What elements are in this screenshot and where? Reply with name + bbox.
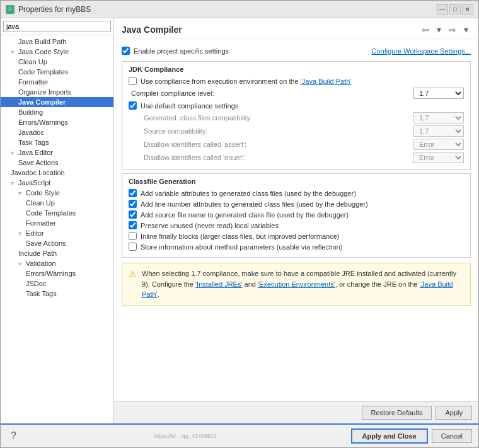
tree-item-java-code-style[interactable]: ▿Java Code Style [1, 47, 113, 57]
tree-item-code-templates[interactable]: Code Templates [1, 67, 113, 77]
tree-item-js-save-actions[interactable]: Save Actions [1, 238, 113, 248]
tree-item-task-tags2[interactable]: Task Tags [1, 289, 113, 299]
window-icon: P [6, 5, 14, 14]
configure-workspace-link[interactable]: Configure Workspace Settings... [371, 47, 471, 55]
use-compliance-checkbox[interactable] [129, 77, 137, 85]
tree-label-text: Javadoc [18, 129, 44, 136]
nav-forward-dropdown-button[interactable]: ▾ [461, 23, 471, 36]
classfile-label-3: Preserve unused (never read) local varia… [141, 222, 279, 229]
title-bar-controls: — □ ✕ [437, 4, 473, 14]
use-default-row: Use default compliance settings [129, 101, 464, 110]
nav-back-button[interactable]: ⇦ [419, 23, 432, 36]
classfile-item-0: Add variable attributes to generated cla… [129, 189, 464, 197]
tree-label-text: Errors/Warnings [18, 118, 68, 126]
tree-item-validation[interactable]: ▿Validation [1, 258, 113, 268]
tree-item-task-tags[interactable]: Task Tags [1, 137, 113, 147]
jdk-compliance-section: JDK Compliance Use compliance from execu… [122, 61, 471, 169]
tree-label-text: Clean Up [26, 199, 55, 207]
cancel-button[interactable]: Cancel [432, 429, 472, 443]
enable-project-checkbox[interactable] [122, 47, 130, 55]
tree-item-js-formatter[interactable]: Formatter [1, 218, 113, 228]
tree-item-javascript[interactable]: ▿JavaScript [1, 178, 113, 188]
help-button[interactable]: ? [7, 429, 20, 443]
expand-icon: ▿ [18, 260, 25, 267]
source-compat-select[interactable]: 1.7 [413, 125, 464, 137]
restore-defaults-button[interactable]: Restore Defaults [362, 406, 432, 420]
warning-text: When selecting 1.7 compliance, make sure… [142, 268, 464, 300]
tree-item-javadoc[interactable]: Javadoc [1, 127, 113, 137]
nav-dropdown-button[interactable]: ▾ [434, 23, 444, 36]
properties-window: P Properties for myBBS — □ ✕ Java Build … [0, 0, 479, 448]
disallow-assert-select[interactable]: Error [413, 139, 464, 150]
tree-item-formatter[interactable]: Formatter [1, 77, 113, 87]
tree-label-text: Java Compiler [18, 98, 66, 106]
tree-label-text: Editor [26, 229, 44, 237]
use-default-checkbox[interactable] [129, 101, 137, 110]
classfile-checkbox-2[interactable] [129, 210, 137, 219]
tree-label-text: JSDoc [26, 280, 46, 287]
search-input[interactable] [3, 21, 111, 32]
tree-item-java-editor[interactable]: ▿Java Editor [1, 147, 113, 158]
classfile-label-0: Add variable attributes to generated cla… [141, 190, 356, 197]
tree-item-js-clean-up[interactable]: Clean Up [1, 198, 113, 208]
tree-label-text: Validation [26, 260, 56, 267]
tree-label-text: Formatter [26, 219, 56, 227]
tree-label-text: Clean Up [18, 58, 47, 66]
tree-label-text: Task Tags [26, 290, 57, 297]
expand-icon: ▿ [11, 99, 17, 106]
disallow-enum-select[interactable]: Error [413, 152, 464, 163]
classfile-checkbox-3[interactable] [129, 221, 137, 229]
tree-item-javadoc-location[interactable]: Javadoc Location [1, 168, 113, 178]
tree-item-building[interactable]: Building [1, 107, 113, 117]
tree-label-text: Save Actions [26, 239, 66, 247]
tree-label-text: Java Build Path [18, 38, 66, 45]
classfile-checkbox-0[interactable] [129, 189, 137, 197]
minimize-button[interactable]: — [437, 4, 448, 14]
enable-project-label[interactable]: Enable project specific settings [134, 47, 229, 55]
tree-item-include-path[interactable]: Include Path [1, 248, 113, 258]
nav-forward-button[interactable]: ⇨ [446, 23, 459, 36]
tree-label-text: Building [18, 108, 43, 116]
tree-item-clean-up[interactable]: Clean Up [1, 57, 113, 67]
compiler-compliance-row: Compiler compliance level: 1.7 [129, 88, 464, 99]
tree-item-jsdoc[interactable]: JSDoc [1, 279, 113, 289]
use-compliance-row: Use compliance from execution environmen… [129, 77, 464, 85]
tree-item-organize-imports[interactable]: Organize Imports [1, 87, 113, 97]
expand-icon: ▿ [11, 49, 17, 55]
tree-label-text: Code Style [26, 189, 60, 197]
tree-item-java-build-path[interactable]: Java Build Path [1, 37, 113, 47]
spacer-icon [11, 38, 17, 45]
classfile-label-5: Store information about method parameter… [141, 243, 342, 251]
apply-button[interactable]: Apply [436, 406, 472, 420]
panel-title: Java Compiler [122, 25, 182, 35]
classfile-item-2: Add source file name to generated class … [129, 210, 464, 219]
classfile-checkbox-1[interactable] [129, 200, 137, 208]
tree-item-errors-warnings[interactable]: Errors/Warnings [1, 117, 113, 127]
tree-item-save-actions[interactable]: Save Actions [1, 158, 113, 168]
expand-icon: ▿ [11, 149, 17, 156]
compiler-compliance-select[interactable]: 1.7 [413, 88, 464, 99]
generated-class-select[interactable]: 1.7 [413, 112, 464, 123]
tree-item-js-editor[interactable]: ▿Editor [1, 228, 113, 238]
panel-content: Enable project specific settings Configu… [114, 39, 478, 401]
tree-label-text: Organize Imports [18, 88, 71, 96]
classfile-label-1: Add line number attributes to generated … [141, 200, 368, 208]
tree-label-text: Javadoc Location [11, 169, 65, 176]
classfile-checkbox-4[interactable] [129, 232, 137, 240]
tree-item-js-code-style[interactable]: ▿Code Style [1, 188, 113, 198]
expand-icon: ▿ [18, 190, 25, 197]
use-default-label[interactable]: Use default compliance settings [141, 102, 238, 110]
classfile-checkbox-5[interactable] [129, 243, 137, 251]
tree-item-val-errors[interactable]: Errors/Warnings [1, 268, 113, 279]
watermark-text: https://bl... qq_43409914 [24, 433, 347, 439]
source-compat-label: Source compatibility: [144, 127, 208, 135]
right-panel: Java Compiler ⇦ ▾ ⇨ ▾ Enable project spe… [114, 18, 478, 423]
apply-and-close-button[interactable]: Apply and Close [351, 428, 428, 444]
use-compliance-label: Use compliance from execution environmen… [141, 78, 351, 85]
tree-label-text: Include Path [18, 250, 57, 257]
maximize-button[interactable]: □ [449, 4, 461, 14]
close-window-button[interactable]: ✕ [462, 4, 473, 14]
tree-item-js-code-templates[interactable]: Code Templates [1, 208, 113, 218]
tree-item-java-compiler[interactable]: ▿Java Compiler [1, 97, 113, 107]
classfile-generation-section: Classfile Generation Add variable attrib… [122, 173, 471, 258]
